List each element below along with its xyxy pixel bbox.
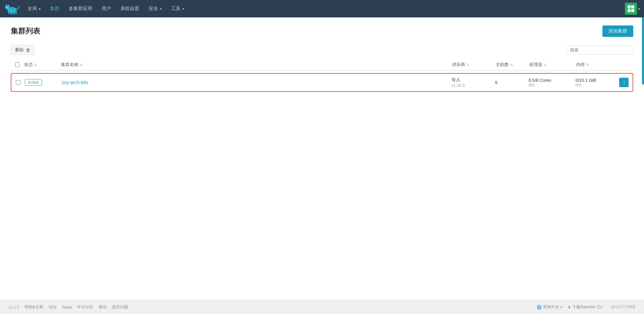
th-provider[interactable]: 供应商 ⇅ [452,62,496,68]
chevron-down-icon: ▾ [160,7,162,11]
user-avatar[interactable] [625,3,637,15]
page-header: 集群列表 添加集群 [11,25,633,37]
th-cpu[interactable]: 处理器 ⇅ [529,62,576,68]
row-checkbox[interactable] [16,80,20,85]
mem-sub: 0% [576,83,619,87]
footer-link-language[interactable]: 🌐 简体中文 ▾ [537,304,562,310]
footer-link-wechat[interactable]: 微信 [99,304,107,310]
cpu-main: 0.5/8 Cores [529,78,576,83]
trash-icon: 🗑 [26,48,30,53]
svg-rect-11 [628,5,631,8]
svg-point-9 [6,7,7,8]
toolbar: 删除 🗑 [11,45,633,55]
status-badge: Active [25,79,42,86]
th-name[interactable]: 集群名称 ⇅ [61,62,452,68]
row-mem-col: 0/15.1 GiB 0% [576,78,619,87]
navbar-right: ▾ [625,3,640,15]
delete-button[interactable]: 删除 🗑 [11,45,35,55]
navbar-item-settings[interactable]: 系统设置 [116,0,144,17]
footer-link-help[interactable]: 帮助&文档 [24,304,43,310]
svg-rect-4 [11,13,12,15]
chevron-down-icon: ▾ [560,305,562,309]
sort-icon: ⇅ [80,63,83,67]
cpu-sub: 6% [529,83,576,87]
footer-link-slack[interactable]: Slack [62,305,72,310]
version-label: v2.3.3 [8,305,19,310]
provider-sub: v1.16.3 [451,83,495,88]
svg-rect-14 [631,9,634,12]
navbar: 全局 ▾ 集群 多集群应用 用户 系统设置 安全 ▾ 工具 ▾ [0,0,644,17]
table-row: Active zcy-arch-k8s 导入 v1.16.3 5 0.5/8 C… [11,73,633,92]
svg-point-7 [6,5,7,7]
cluster-table: 状态 ⇅ 集群名称 ⇅ 供应商 ⇅ 主机数 ⇅ [11,59,633,92]
row-name-col: zcy-arch-k8s [62,79,451,85]
row-provider-col: 导入 v1.16.3 [451,77,495,88]
select-all-col [11,62,24,67]
navbar-menu: 全局 ▾ 集群 多集群应用 用户 系统设置 安全 ▾ 工具 ▾ [23,0,625,17]
th-memory[interactable]: 内存 ⇅ [576,62,620,68]
navbar-item-global[interactable]: 全局 ▾ [23,0,45,17]
sort-icon: ⇅ [467,63,469,67]
footer: v2.3.3 帮助&文档 论坛 Slack 中文社区 微信 提交问题 🌐 简体中… [0,300,644,314]
row-hosts-col: 5 [495,79,529,85]
th-hosts[interactable]: 主机数 ⇅ [496,62,529,68]
host-count: 5 [495,80,497,85]
svg-rect-5 [13,13,15,15]
download-icon: ⬇ [568,305,571,310]
svg-rect-3 [8,12,9,14]
user-menu-caret[interactable]: ▾ [638,7,640,11]
table-header: 状态 ⇅ 集群名称 ⇅ 供应商 ⇅ 主机数 ⇅ [11,59,633,71]
navbar-item-cluster[interactable]: 集群 [45,0,64,17]
row-actions-col: ⋮ [619,78,633,87]
navbar-item-users[interactable]: 用户 [97,0,116,17]
row-checkbox-col [11,80,25,85]
select-all-checkbox[interactable] [15,62,20,67]
logo[interactable] [4,3,20,15]
sort-icon: ⇅ [510,63,513,67]
main-content: 集群列表 添加集群 删除 🗑 状态 ⇅ 集群名称 ⇅ [0,17,644,300]
chevron-down-icon: ▾ [182,7,184,11]
svg-point-10 [11,8,14,10]
provider-main: 导入 [451,77,495,83]
row-action-menu-button[interactable]: ⋮ [619,78,629,87]
footer-link-submit-issue[interactable]: 提交问题 [112,304,128,310]
mem-main: 0/15.1 GiB [576,78,619,83]
app-icon [628,5,634,12]
page-title: 集群列表 [11,26,40,36]
row-cpu-col: 0.5/8 Cores 6% [529,78,576,87]
footer-right: 🌐 简体中文 ▾ ⬇ 下载Rancher CLI @51CTO博客 [537,304,636,310]
footer-left: v2.3.3 帮助&文档 论坛 Slack 中文社区 微信 提交问题 [8,304,128,310]
chevron-down-icon: ▾ [39,7,41,11]
rancher-logo-icon [4,3,20,15]
row-status-col: Active [25,79,62,86]
navbar-item-multicluster[interactable]: 多集群应用 [64,0,97,17]
svg-rect-13 [628,9,631,12]
svg-rect-6 [15,12,17,14]
footer-link-download-cli[interactable]: ⬇ 下载Rancher CLI [568,304,603,310]
footer-link-forum[interactable]: 论坛 [49,304,57,310]
search-input[interactable] [566,46,633,55]
right-accent-bar [642,17,644,84]
th-status[interactable]: 状态 ⇅ [24,62,61,68]
sort-icon: ⇅ [586,63,589,67]
cluster-name-link[interactable]: zcy-arch-k8s [62,80,88,85]
globe-icon: 🌐 [537,305,542,310]
watermark: @51CTO博客 [611,304,636,310]
svg-point-8 [8,5,9,7]
navbar-item-tools[interactable]: 工具 ▾ [166,0,189,17]
sort-icon: ⇅ [34,63,37,67]
svg-rect-12 [631,5,634,8]
sort-icon: ⇅ [544,63,546,67]
add-cluster-button[interactable]: 添加集群 [602,25,633,37]
ellipsis-icon: ⋮ [622,80,626,85]
navbar-item-security[interactable]: 安全 ▾ [144,0,166,17]
footer-link-chinese-community[interactable]: 中文社区 [77,304,93,310]
